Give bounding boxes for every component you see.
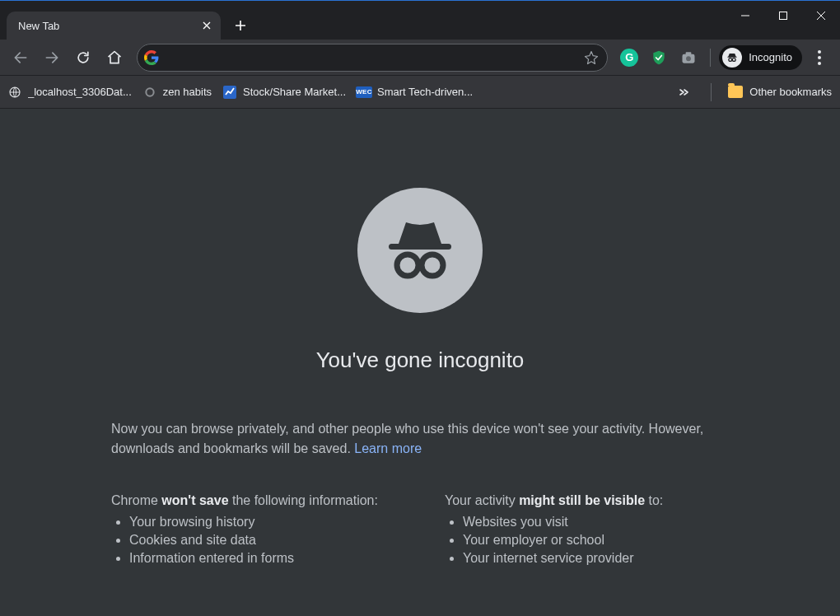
visible-to-title: Your activity might still be visible to: [445, 493, 729, 508]
google-icon [144, 50, 159, 65]
svg-point-15 [422, 254, 443, 276]
grammarly-icon[interactable]: G [618, 46, 641, 69]
svg-rect-2 [686, 52, 692, 54]
ring-icon [143, 86, 156, 99]
bookmark-label: _localhost_3306Dat... [28, 86, 132, 98]
other-bookmarks-button[interactable]: Other bookmarks [728, 86, 832, 98]
page-content: You've gone incognito Now you can browse… [0, 110, 840, 616]
bookmark-label: zen habits [163, 86, 212, 98]
camera-icon[interactable] [677, 46, 700, 69]
svg-point-6 [733, 58, 736, 61]
new-tab-button[interactable] [229, 14, 252, 37]
home-button[interactable] [100, 44, 128, 72]
list-item: Your browsing history [129, 515, 395, 530]
shield-icon[interactable] [647, 46, 670, 69]
svg-point-8 [818, 56, 821, 59]
incognito-label: Incognito [749, 51, 792, 63]
visible-to-column: Your activity might still be visible to:… [445, 493, 729, 569]
omnibox-container [137, 44, 608, 72]
globe-icon [8, 86, 21, 99]
bookmark-stock[interactable]: Stock/Share Market... [223, 86, 346, 99]
separator [711, 83, 712, 101]
page-headline: You've gone incognito [316, 348, 525, 373]
list-item: Your employer or school [463, 533, 729, 548]
window-close-button[interactable] [802, 1, 840, 30]
svg-rect-4 [727, 56, 737, 57]
bookmark-label: Smart Tech-driven... [377, 86, 473, 98]
list-item: Websites you visit [463, 515, 729, 530]
page-description: Now you can browse privately, and other … [111, 419, 729, 459]
learn-more-link[interactable]: Learn more [354, 441, 422, 455]
window-minimize-button[interactable] [726, 1, 764, 30]
svg-point-7 [818, 50, 821, 54]
chrome-menu-button[interactable] [805, 44, 833, 72]
tab-strip: New Tab [0, 1, 840, 40]
bookmark-localhost[interactable]: _localhost_3306Dat... [8, 86, 132, 99]
incognito-hero-icon [357, 188, 483, 313]
bookmark-star-icon[interactable] [582, 49, 600, 67]
bookmarks-bar: _localhost_3306Dat... zen habits Stock/S… [0, 76, 840, 109]
bookmark-label: Stock/Share Market... [243, 86, 346, 98]
svg-point-3 [686, 56, 691, 61]
separator [710, 49, 711, 67]
reload-button[interactable] [69, 44, 97, 72]
bookmarks-overflow-button[interactable] [673, 88, 694, 96]
other-bookmarks-label: Other bookmarks [749, 86, 832, 98]
wont-save-column: Chrome won't save the following informat… [111, 493, 395, 569]
folder-icon [728, 86, 743, 98]
svg-rect-13 [389, 244, 451, 250]
omnibox[interactable] [137, 44, 608, 72]
toolbar: G Incognito [0, 40, 840, 76]
address-input[interactable] [166, 44, 576, 71]
forward-button[interactable] [38, 44, 66, 72]
back-button[interactable] [7, 44, 35, 72]
tab-title: New Tab [18, 20, 193, 32]
wont-save-list: Your browsing history Cookies and site d… [111, 515, 395, 566]
visible-to-list: Websites you visit Your employer or scho… [445, 515, 729, 566]
list-item: Information entered in forms [129, 551, 395, 566]
svg-point-5 [729, 58, 732, 61]
list-item: Your internet service provider [463, 551, 729, 566]
incognito-indicator[interactable]: Incognito [719, 45, 802, 70]
browser-tab[interactable]: New Tab [7, 12, 221, 40]
svg-rect-0 [780, 12, 787, 20]
chart-icon [223, 86, 236, 99]
window-controls [726, 1, 840, 30]
wec-icon: WEC [357, 86, 371, 99]
window-maximize-button[interactable] [764, 1, 802, 30]
svg-point-9 [818, 62, 821, 65]
svg-point-14 [397, 254, 418, 276]
list-item: Cookies and site data [129, 533, 395, 548]
wont-save-title: Chrome won't save the following informat… [111, 493, 395, 508]
bookmark-zen[interactable]: zen habits [143, 86, 212, 99]
svg-point-11 [146, 88, 153, 96]
close-tab-icon[interactable] [199, 18, 214, 33]
bookmark-smart[interactable]: WEC Smart Tech-driven... [357, 86, 473, 99]
incognito-chip-icon [722, 48, 742, 68]
